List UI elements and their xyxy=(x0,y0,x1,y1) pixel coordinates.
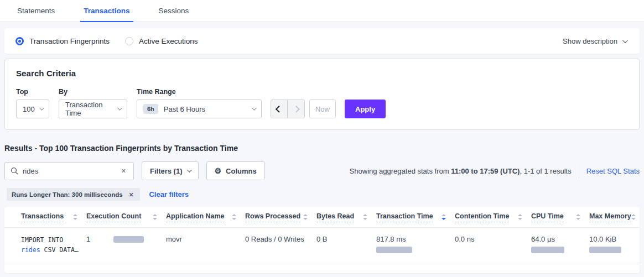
column-header-transaction-time[interactable]: Transaction Time xyxy=(376,212,455,222)
chevron-down-icon xyxy=(252,106,257,111)
chevron-down-icon xyxy=(39,106,44,111)
application-name-cell: movr xyxy=(166,235,245,243)
top-label: Top xyxy=(16,88,59,96)
top-select-value: 100 xyxy=(23,105,35,113)
column-header-application-name[interactable]: Application Name xyxy=(166,212,245,222)
radio-active-executions[interactable]: Active Executions xyxy=(125,37,198,45)
show-description-label: Show description xyxy=(563,37,617,45)
radio-transaction-fingerprints[interactable]: Transaction Fingerprints xyxy=(15,37,110,45)
radio-selected-icon xyxy=(15,37,24,45)
tab-statements[interactable]: Statements xyxy=(14,0,58,22)
columns-button-label: Columns xyxy=(226,167,257,175)
search-match-highlight: rides xyxy=(21,246,40,254)
time-range-badge: 6h xyxy=(143,104,158,114)
remove-filter-icon[interactable]: ✕ xyxy=(127,190,136,199)
divider xyxy=(579,164,579,178)
now-button[interactable]: Now xyxy=(309,100,336,118)
active-filters-row: Runs Longer Than: 300 milliseconds ✕ Cle… xyxy=(7,188,640,201)
search-input[interactable] xyxy=(23,167,120,175)
cpu-time-cell: 64.0 µs xyxy=(531,235,589,253)
time-range-select[interactable]: 6h Past 6 Hours xyxy=(137,100,262,118)
view-mode-bar: Transaction Fingerprints Active Executio… xyxy=(4,28,640,54)
search-criteria-title: Search Criteria xyxy=(16,69,628,78)
max-memory-bar xyxy=(589,247,621,253)
chevron-down-icon xyxy=(117,106,122,111)
next-time-range-button[interactable] xyxy=(288,100,304,118)
column-header-bytes-read[interactable]: Bytes Read xyxy=(316,212,376,222)
results-toolbar: ✕ Filters (1) ⚙ Columns Showing aggregat… xyxy=(4,161,640,180)
tab-transactions[interactable]: Transactions xyxy=(80,0,133,22)
filter-pill-label: Runs Longer Than: 300 milliseconds xyxy=(12,191,123,198)
time-range-value: Past 6 Hours xyxy=(164,105,205,113)
show-description-toggle[interactable]: Show description xyxy=(563,37,626,45)
transaction-time-cell: 817.8 ms xyxy=(376,235,455,253)
by-select[interactable]: Transaction Time xyxy=(59,100,127,118)
column-header-execution-count[interactable]: Execution Count xyxy=(86,212,166,222)
search-criteria-panel: Search Criteria Top 100 By Transaction T… xyxy=(4,59,640,130)
chevron-down-icon xyxy=(187,168,191,172)
sort-icon xyxy=(73,214,77,220)
clear-search-icon[interactable]: ✕ xyxy=(120,166,128,176)
radio-label: Transaction Fingerprints xyxy=(29,37,110,45)
time-range-pager xyxy=(271,100,305,118)
sort-icon xyxy=(518,214,522,220)
by-label: By xyxy=(59,88,137,96)
column-header-contention-time[interactable]: Contention Time xyxy=(455,212,531,222)
max-memory-cell: 10.0 KiB xyxy=(589,235,629,253)
cpu-time-bar xyxy=(531,247,564,253)
chevron-left-icon xyxy=(276,106,282,112)
page-tabs: Statements Transactions Sessions xyxy=(0,0,644,22)
execution-count-bar xyxy=(113,236,144,243)
search-box: ✕ xyxy=(4,162,134,180)
sort-icon xyxy=(303,214,308,220)
transaction-time-bar xyxy=(376,247,412,253)
aggregated-stats-text: Showing aggregated stats from 11:00 to 1… xyxy=(350,167,572,175)
contention-time-cell: 0.0 ns xyxy=(455,235,531,243)
execution-count-cell: 1 xyxy=(86,235,166,243)
sort-icon xyxy=(442,214,446,220)
radio-label: Active Executions xyxy=(139,37,198,45)
column-header-transactions[interactable]: Transactions xyxy=(21,212,86,222)
filter-pill: Runs Longer Than: 300 milliseconds ✕ xyxy=(7,188,140,201)
sort-icon xyxy=(576,214,580,220)
results-table: Transactions Execution Count Application… xyxy=(4,207,640,273)
chevron-right-icon xyxy=(293,106,299,112)
column-header-rows-processed[interactable]: Rows Processed xyxy=(245,212,316,222)
rows-processed-cell: 0 Reads / 0 Writes xyxy=(245,235,316,243)
top-select[interactable]: 100 xyxy=(16,100,49,118)
tab-sessions[interactable]: Sessions xyxy=(155,0,193,22)
search-icon xyxy=(11,167,18,175)
bytes-read-cell: 0 B xyxy=(316,235,376,243)
gear-icon: ⚙ xyxy=(215,167,222,175)
sort-icon xyxy=(232,214,236,220)
filters-button-label: Filters (1) xyxy=(150,167,183,175)
sort-icon xyxy=(631,214,636,220)
chevron-down-icon xyxy=(622,38,628,43)
results-heading: Results - Top 100 Transaction Fingerprin… xyxy=(4,144,640,153)
clear-filters-link[interactable]: Clear filters xyxy=(149,190,189,198)
column-header-max-memory[interactable]: Max Memory xyxy=(589,212,637,222)
sort-icon xyxy=(363,214,367,220)
filters-button[interactable]: Filters (1) xyxy=(142,161,199,180)
radio-unselected-icon xyxy=(125,37,133,45)
stats-time-range: 11:00 to 17:59 (UTC) xyxy=(451,167,520,175)
previous-time-range-button[interactable] xyxy=(271,100,288,118)
sort-icon xyxy=(153,214,157,220)
time-range-label: Time Range xyxy=(137,88,271,96)
apply-button[interactable]: Apply xyxy=(345,100,386,118)
column-header-cpu-time[interactable]: CPU Time xyxy=(531,212,589,222)
transaction-fingerprint-link[interactable]: IMPORT INTO rides CSV DATA… xyxy=(21,235,86,255)
by-select-value: Transaction Time xyxy=(65,101,117,117)
reset-sql-stats-link[interactable]: Reset SQL Stats xyxy=(586,167,640,175)
table-header-row: Transactions Execution Count Application… xyxy=(4,207,640,228)
table-row: IMPORT INTO rides CSV DATA… 1 movr 0 Rea… xyxy=(4,228,640,264)
columns-button[interactable]: ⚙ Columns xyxy=(206,161,265,180)
